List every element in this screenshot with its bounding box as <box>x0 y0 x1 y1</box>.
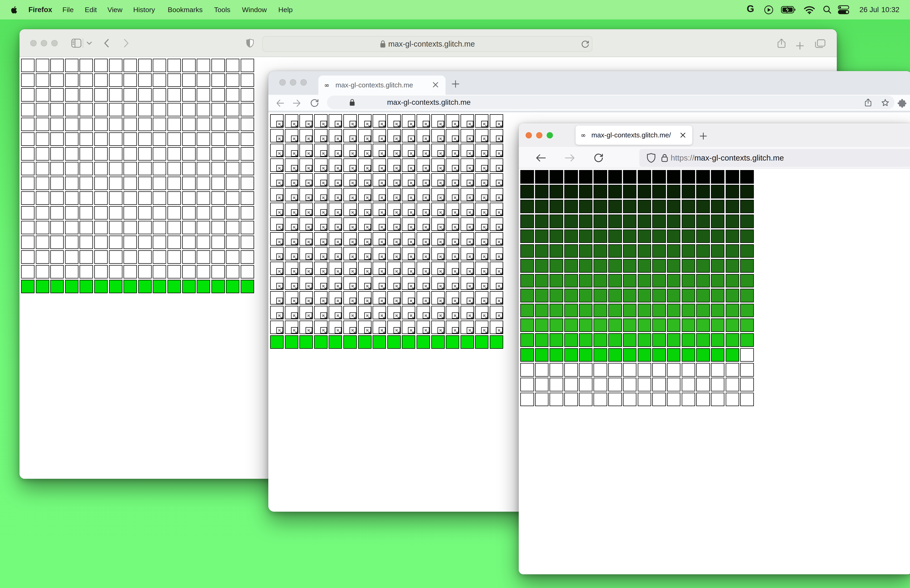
canvas-tile <box>579 170 593 184</box>
canvas-tile <box>241 191 254 205</box>
canvas-tile-lost-context <box>446 306 459 319</box>
close-button[interactable] <box>280 79 286 86</box>
new-tab-plus-icon[interactable] <box>452 80 459 88</box>
canvas-tile-lost-context <box>299 129 313 142</box>
canvas-tile-lost-context <box>461 306 474 319</box>
back-icon[interactable] <box>276 99 284 108</box>
canvas-tile <box>182 59 196 72</box>
menu-item-tools[interactable]: Tools <box>214 0 230 19</box>
canvas-tile-lost-context <box>402 144 415 157</box>
reload-icon[interactable] <box>581 40 589 48</box>
reload-icon[interactable] <box>594 153 603 163</box>
canvas-tile <box>226 147 239 161</box>
canvas-tile-lost-context <box>343 291 357 305</box>
share-icon[interactable] <box>864 99 872 107</box>
share-icon[interactable] <box>777 39 786 48</box>
menu-item-file[interactable]: File <box>62 0 74 19</box>
canvas-tile <box>109 59 123 72</box>
menu-item-firefox[interactable]: Firefox <box>28 0 52 19</box>
canvas-tile-lost-context <box>299 306 313 319</box>
canvas-tile <box>608 363 622 376</box>
play-circle-icon[interactable] <box>764 0 773 19</box>
search-icon[interactable] <box>823 0 832 19</box>
canvas-tile <box>564 170 578 184</box>
tab-close-icon[interactable] <box>680 132 686 138</box>
canvas-tile <box>696 185 710 199</box>
canvas-tile-lost-context <box>402 188 415 201</box>
canvas-tile <box>123 206 137 220</box>
sidebar-icon[interactable] <box>71 39 81 48</box>
forward-icon[interactable] <box>292 99 301 108</box>
canvas-tile-lost-context <box>270 306 284 319</box>
close-button[interactable] <box>525 132 532 139</box>
canvas-tile <box>79 59 93 72</box>
canvas-tile-lost-context <box>358 129 372 142</box>
menu-item-window[interactable]: Window <box>242 0 267 19</box>
canvas-tile <box>550 170 563 184</box>
bookmark-star-icon[interactable] <box>881 99 889 107</box>
canvas-tile <box>138 250 152 264</box>
extensions-puzzle-icon[interactable] <box>898 99 906 108</box>
control-center-icon[interactable] <box>838 0 849 19</box>
battery-charging-icon[interactable] <box>781 0 796 19</box>
chevron-down-icon[interactable] <box>86 41 92 45</box>
canvas-tile-lost-context <box>461 144 474 157</box>
canvas-tile <box>696 259 710 273</box>
omnibox[interactable]: max-gl-contexts.glitch.me <box>327 95 894 109</box>
new-tab-plus-icon[interactable] <box>795 41 805 50</box>
zoom-button[interactable] <box>301 79 307 86</box>
canvas-tile-lost-context <box>490 173 503 187</box>
menubar-clock[interactable]: 10:32 <box>881 0 899 19</box>
chrome-active-tab[interactable]: ∞ max-gl-contexts.glitch.me <box>318 76 446 95</box>
menu-item-bookmarks[interactable]: Bookmarks <box>168 0 203 19</box>
menu-item-edit[interactable]: Edit <box>85 0 97 19</box>
reload-icon[interactable] <box>310 99 319 107</box>
minimize-button[interactable] <box>41 40 47 46</box>
menu-item-history[interactable]: History <box>133 0 155 19</box>
forward-icon[interactable] <box>564 153 575 162</box>
grammarly-icon[interactable]: G <box>746 0 755 19</box>
zoom-button[interactable] <box>546 132 553 139</box>
url-bar[interactable]: https://max-gl-contexts.glitch.me <box>639 149 910 167</box>
canvas-tile <box>550 229 563 243</box>
canvas-tile <box>123 162 137 175</box>
close-button[interactable] <box>30 40 37 46</box>
canvas-tile <box>212 250 225 264</box>
menubar-date[interactable]: 26 Jul <box>860 0 879 19</box>
canvas-tile <box>109 236 123 249</box>
minimize-button[interactable] <box>536 132 542 139</box>
wifi-icon[interactable] <box>803 0 815 19</box>
forward-icon[interactable] <box>123 39 129 48</box>
canvas-tile-lost-context <box>373 217 386 231</box>
canvas-tile <box>520 348 534 362</box>
firefox-active-tab[interactable]: ∞ max-gl-contexts.glitch.me/ <box>575 126 692 145</box>
canvas-tile-lost-context <box>358 262 372 275</box>
canvas-tile <box>138 132 152 146</box>
canvas-tile-lost-context <box>285 114 298 128</box>
address-bar[interactable]: max-gl-contexts.glitch.me <box>262 36 592 52</box>
canvas-tile-lost-context <box>387 173 401 187</box>
tab-close-icon[interactable] <box>432 81 439 88</box>
menu-item-view[interactable]: View <box>107 0 123 19</box>
canvas-tile-lost-context <box>387 114 401 128</box>
canvas-tile <box>50 132 64 146</box>
canvas-tile <box>109 73 123 87</box>
privacy-shield-icon[interactable] <box>246 39 254 48</box>
back-icon[interactable] <box>103 39 109 48</box>
zoom-button[interactable] <box>51 40 58 46</box>
canvas-tile-lost-context <box>329 291 342 305</box>
canvas-tile-lost-context <box>475 129 488 142</box>
menu-item-help[interactable]: Help <box>278 0 293 19</box>
canvas-tile <box>652 229 666 243</box>
canvas-tile-lost-context <box>373 247 386 260</box>
tabs-overview-icon[interactable] <box>815 39 826 49</box>
canvas-tile-lost-context <box>314 262 328 275</box>
canvas-tile-lost-context <box>285 188 298 201</box>
apple-menu-icon[interactable] <box>11 0 18 19</box>
canvas-tile <box>711 215 725 228</box>
back-icon[interactable] <box>535 153 546 162</box>
new-tab-plus-icon[interactable] <box>699 132 707 140</box>
canvas-tile-lost-context <box>417 188 430 201</box>
canvas-tile <box>652 185 666 199</box>
minimize-button[interactable] <box>290 79 296 86</box>
